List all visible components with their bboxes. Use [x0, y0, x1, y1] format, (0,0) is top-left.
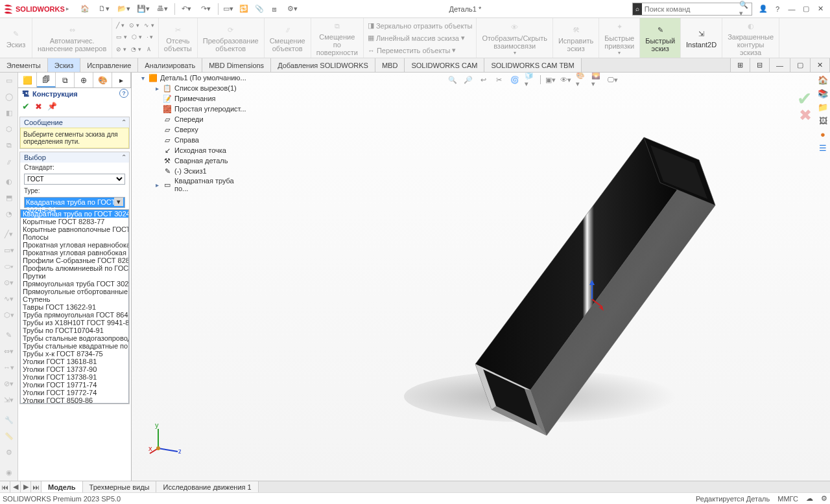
type-option[interactable]: Полосы [21, 233, 128, 241]
ribbon-showhide[interactable]: 👁Отобразить/Скрыть взаимосвязи▾ [477, 18, 553, 58]
fl-btn-1[interactable]: ▭ [3, 74, 16, 87]
fl-btn-11[interactable]: ▭▾ [3, 244, 16, 257]
tree-right[interactable]: Справа [174, 136, 199, 144]
cancel-button[interactable]: ✖ [35, 102, 42, 111]
taskpane-appearance-icon[interactable]: ● [817, 128, 829, 140]
status-units[interactable]: ММГС [777, 495, 798, 503]
type-option[interactable]: Уголки ГОСТ 13737-90 [21, 365, 128, 373]
user-icon[interactable]: 👤 [756, 2, 770, 16]
fl-btn-4[interactable]: ⬡ [3, 123, 16, 135]
open-button[interactable]: 📂▾ [115, 2, 133, 16]
pmgr-tab-config[interactable]: ⧉ [56, 73, 75, 87]
command-search-input[interactable] [642, 5, 737, 13]
nav-first[interactable]: ⏮ [0, 481, 10, 492]
zoom-area-icon[interactable]: 🔎 [462, 74, 474, 86]
print-button[interactable]: 🖶▾ [154, 2, 172, 16]
pin-button[interactable]: 📌 [47, 102, 57, 111]
type-option[interactable]: Уголки ГОСТ 13618-81 [21, 358, 128, 365]
ribbon-repair[interactable]: 🛠Исправить эскиз [553, 18, 599, 58]
filter-button[interactable]: 🗉 [268, 2, 282, 16]
fl-btn-16[interactable]: ✎ [3, 329, 16, 341]
ribbon-pattern-tools[interactable]: ◨ Зеркально отразить объекты ▦ Линейный … [364, 18, 477, 58]
pmgr-tab-feature-tree[interactable]: 🟨 [18, 73, 37, 87]
save-button[interactable]: 💾▾ [134, 2, 152, 16]
rebuild-button[interactable]: 🔁 [237, 2, 251, 16]
type-option[interactable]: Трубы из Х18Н10Т ГОСТ 9941-81 [21, 319, 128, 326]
settings-button[interactable]: ⚙▾ [283, 2, 302, 16]
type-dropdown-list[interactable]: Квадратная труба по ГОСТ 30245-94Корытны… [20, 209, 129, 404]
tab-swcam-tbm[interactable]: SOLIDWORKS CAM TBM [484, 58, 581, 72]
bottom-tab-3dviews[interactable]: Трехмерные виды [83, 481, 157, 492]
tree-front[interactable]: Спереди [174, 115, 204, 123]
maximize-button[interactable]: ▢ [799, 2, 813, 16]
display-style-icon[interactable]: ▣▾ [545, 74, 556, 86]
fl-btn-3[interactable]: ◧ [3, 107, 16, 119]
ribbon-sketch[interactable]: ✎Эскиз [0, 18, 32, 58]
fl-btn-9[interactable]: ◔ [3, 208, 16, 220]
fl-btn-24[interactable]: ◉ [3, 466, 16, 479]
tab-tile-1[interactable]: ⊞ [730, 58, 750, 72]
tab-mbd[interactable]: MBD [375, 58, 405, 72]
fl-btn-5[interactable]: ⧉ [3, 139, 16, 152]
type-option[interactable]: Трубы х-к ГОСТ 8734-75 [21, 350, 128, 358]
tree-material[interactable]: Простая углеродист... [174, 105, 246, 113]
section-view-icon[interactable]: ✂ [493, 74, 505, 86]
fl-btn-20[interactable]: ⇲▾ [3, 394, 16, 406]
tree-weld[interactable]: Сварная деталь [174, 157, 228, 165]
type-option[interactable]: Корытные равнополочные ГОСТ 82 [21, 225, 128, 233]
ribbon-quicksnaps[interactable]: ✦Быстрые привязки▾ [599, 18, 640, 58]
type-select[interactable]: Квадратная труба по ГОСТ 30245-94▾ [24, 197, 125, 208]
minimize-button[interactable]: — [785, 2, 799, 16]
nav-last[interactable]: ⏭ [31, 481, 42, 492]
type-option[interactable]: Прямоугольная труба ГОСТ 30245-2 [21, 280, 128, 288]
type-option[interactable]: Прокатная угловая неравнобокая [21, 241, 128, 249]
view-orient-icon[interactable]: 🧊▾ [525, 74, 536, 86]
type-option[interactable]: Профиль алюминиевый по ГОСТ 222 [21, 264, 128, 272]
expand-icon[interactable]: ▾ [139, 74, 146, 82]
tree-root[interactable]: Деталь1 (По умолчанию... [160, 74, 246, 82]
tab-window-close[interactable]: ✕ [811, 58, 830, 72]
type-option[interactable]: Трубы стальные квадратные по ГО [21, 342, 128, 350]
options-button[interactable]: 📎 [252, 2, 267, 16]
ribbon-quicksketch[interactable]: ✎Быстрый эскиз [640, 18, 681, 58]
close-button[interactable]: ✕ [813, 2, 827, 16]
ribbon-trim[interactable]: ✂Отсечь объекты [159, 18, 198, 58]
bottom-tab-model[interactable]: Модель [42, 481, 83, 492]
help-bubble-icon[interactable]: ? [119, 89, 128, 98]
status-cloud-icon[interactable]: ☁ [806, 494, 813, 503]
fl-btn-21[interactable]: 🔧 [3, 414, 16, 426]
confirm-corner-cancel[interactable]: ✖ [799, 106, 812, 124]
ok-button[interactable]: ✔ [22, 101, 30, 111]
view-settings-icon[interactable]: 🖵▾ [607, 74, 619, 86]
fl-btn-13[interactable]: ⊙▾ [3, 277, 16, 289]
command-search[interactable]: ⌕ 🔍▾ [632, 3, 752, 16]
type-option[interactable]: Трубы стальные водогазопроводн [21, 334, 128, 342]
taskpane-custom-props-icon[interactable]: ☰ [817, 142, 829, 154]
tab-swcam[interactable]: SOLIDWORKS CAM [405, 58, 484, 72]
home-button[interactable]: 🏠 [76, 2, 94, 16]
tab-mbd-dim[interactable]: MBD Dimensions [202, 58, 271, 72]
nav-prev[interactable]: ◀ [10, 481, 21, 492]
type-option[interactable]: Профили С-образные ГОСТ 8282-83 [21, 257, 128, 264]
fl-btn-23[interactable]: ⚙ [3, 446, 16, 459]
fl-btn-7[interactable]: ◐ [3, 176, 16, 188]
fl-btn-19[interactable]: ⊘▾ [3, 378, 16, 390]
tab-tile-2[interactable]: ⊟ [750, 58, 770, 72]
status-gear-icon[interactable]: ⚙ [821, 494, 827, 503]
nav-next[interactable]: ▶ [21, 481, 31, 492]
taskpane-file-expl-icon[interactable]: 📁 [817, 101, 829, 113]
type-option[interactable]: Ступень [21, 295, 128, 303]
fl-btn-10[interactable]: ╱▾ [3, 228, 16, 240]
type-option[interactable]: Уголки ГОСТ 13738-91 [21, 373, 128, 381]
dynamic-view-icon[interactable]: 🌀 [509, 74, 521, 86]
scene-icon[interactable]: 🌄▾ [591, 74, 603, 86]
type-option[interactable]: Корытные ГОСТ 8283-77 [21, 218, 128, 225]
hide-show-icon[interactable]: 👁▾ [560, 74, 572, 86]
new-button[interactable]: 🗋▾ [95, 2, 113, 16]
tab-sketch[interactable]: Эскиз [48, 58, 80, 72]
ribbon-surface-offset[interactable]: ⧉Смещение по поверхности [311, 18, 364, 58]
type-option[interactable]: Прямоугольные отбортованные ГС [21, 288, 128, 295]
pmgr-tab-more[interactable]: ▸ [112, 73, 131, 87]
tree-notes[interactable]: Примечания [174, 95, 216, 102]
ribbon-offset[interactable]: ⫽Смещение объектов [265, 18, 311, 58]
